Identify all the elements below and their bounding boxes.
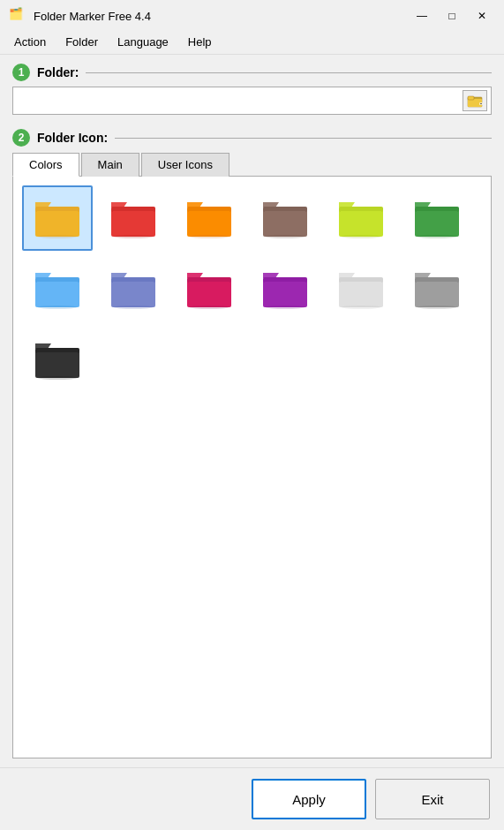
svg-point-20 [266,235,305,238]
icons-grid-container [12,177,492,758]
folder-color-red[interactable] [98,185,169,251]
folder-icon-section: 2 Folder Icon: Colors Main User Icons [12,129,492,758]
folder-color-blue[interactable] [98,256,169,321]
svg-point-40 [190,306,229,309]
menu-folder[interactable]: Folder [56,32,107,52]
svg-point-48 [342,306,380,309]
menu-bar: Action Folder Language Help [0,30,504,55]
icons-grid [22,185,482,392]
folder-path-input[interactable] [17,94,463,108]
exit-button[interactable]: Exit [375,779,490,819]
icon-section-header: 2 Folder Icon: [12,129,492,147]
tab-main[interactable]: Main [81,153,139,177]
folder-color-purple[interactable] [250,256,320,321]
svg-point-12 [114,235,153,238]
app-title: Folder Marker Free 4.4 [34,10,409,23]
menu-action[interactable]: Action [5,32,55,52]
folder-color-yellow[interactable] [22,185,93,251]
svg-point-56 [38,376,77,380]
folder-color-brown[interactable] [250,185,320,251]
icon-section-divider [115,138,492,139]
apply-button[interactable]: Apply [252,779,366,819]
folder-path-container [12,87,492,115]
svg-rect-2 [468,96,474,100]
browse-icon [467,94,483,108]
folder-color-white[interactable] [326,256,396,321]
menu-help[interactable]: Help [179,32,221,52]
close-button[interactable]: ✕ [469,7,495,25]
folder-color-black[interactable] [22,327,93,392]
folder-color-magenta[interactable] [174,256,244,321]
svg-point-52 [417,306,456,309]
svg-point-16 [190,235,229,238]
svg-point-32 [38,306,77,309]
folder-browse-button[interactable] [463,90,487,111]
window-controls: — □ ✕ [409,7,495,25]
maximize-button[interactable]: □ [439,7,465,25]
folder-color-gray[interactable] [402,256,472,321]
tab-user-icons[interactable]: User Icons [141,153,229,177]
folder-section-divider [86,72,492,73]
svg-point-24 [342,235,380,238]
folder-section-number: 1 [12,64,30,81]
icon-section-label: Folder Icon: [37,131,108,145]
folder-color-orange[interactable] [174,185,244,251]
folder-section: 1 Folder: [12,64,492,120]
app-icon: 🗂️ [9,7,26,25]
title-bar: 🗂️ Folder Marker Free 4.4 — □ ✕ [0,0,504,30]
folder-color-light-blue[interactable] [22,256,93,321]
svg-point-36 [114,306,153,309]
folder-section-label: Folder: [37,65,79,79]
svg-point-44 [266,306,305,309]
tab-bar: Colors Main User Icons [12,152,492,177]
minimize-button[interactable]: — [409,7,435,25]
bottom-bar: Apply Exit [0,767,504,830]
folder-color-lime[interactable] [326,185,396,251]
folder-color-green[interactable] [402,185,472,251]
svg-point-28 [417,235,456,238]
folder-section-header: 1 Folder: [12,64,492,81]
icon-section-number: 2 [12,129,30,147]
tab-colors[interactable]: Colors [12,153,79,177]
main-content: 1 Folder: 2 Folder Icon: [0,55,504,767]
menu-language[interactable]: Language [109,32,177,52]
svg-point-8 [38,235,77,238]
